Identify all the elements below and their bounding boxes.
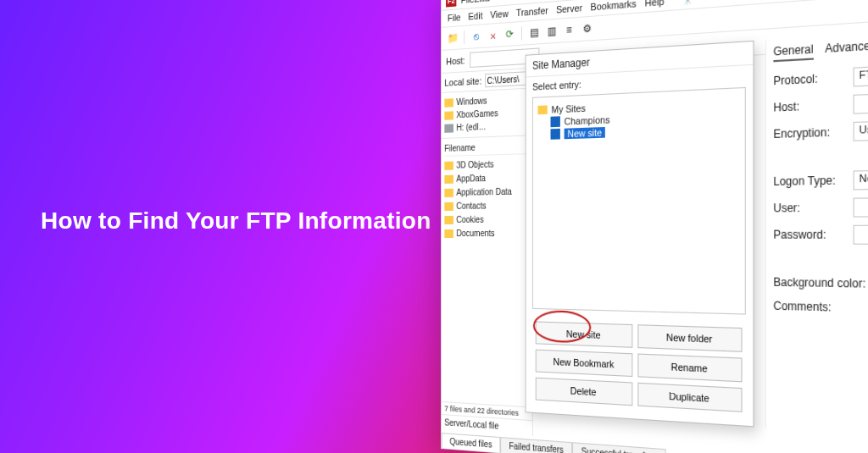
protocol-select[interactable]: FTP - File Transf [854,59,868,86]
user-label: User: [773,201,847,215]
folder-icon [444,189,453,197]
menu-bookmarks[interactable]: Bookmarks [591,0,637,14]
password-label: Password: [773,228,847,241]
delete-button[interactable]: Delete [536,378,633,406]
folder-icon [444,216,453,224]
quickconnect-host-label: Host: [446,55,465,66]
logon-type-label: Logon Type: [773,174,847,188]
disconnect-icon[interactable]: ⨉ [486,27,499,43]
host-label: Host: [773,98,847,114]
new-folder-button[interactable]: New folder [637,324,742,352]
protocol-label: Protocol: [773,70,847,87]
encryption-label: Encryption: [773,125,847,141]
logon-type-select[interactable]: Normal [854,168,868,190]
local-tree: Windows XboxGames H: (edl… [442,89,532,139]
site-icon [551,129,560,140]
menu-edit[interactable]: Edit [468,10,482,22]
site-settings-panel: General Advanced Transfer S Protocol: FT… [765,25,868,444]
tab-advanced[interactable]: Advanced [825,39,868,59]
menu-server[interactable]: Server [556,3,582,16]
app-stage: Fz FileZilla File Edit View Transfer Ser… [441,0,868,453]
list-item[interactable]: Application Data [444,185,529,200]
password-input[interactable] [854,224,868,245]
filelist-header: Filename [444,140,529,157]
filezilla-window: Fz FileZilla File Edit View Transfer Ser… [441,0,868,453]
toggle-local-icon[interactable]: ▥ [544,23,559,40]
folder-icon [444,111,453,119]
site-icon [551,116,560,127]
filter-icon[interactable]: ≡ [562,21,576,38]
local-site-input[interactable] [485,71,529,87]
encryption-select[interactable]: Use explicit FTP [854,117,868,141]
new-bookmark-button[interactable]: New Bookmark [536,350,633,377]
menu-file[interactable]: File [448,12,461,24]
menu-view[interactable]: View [490,8,508,21]
list-item[interactable]: AppData [444,171,529,186]
app-icon: Fz [446,0,456,7]
list-item[interactable]: Cookies [444,213,529,227]
folder-icon [444,175,453,184]
settings-icon[interactable]: ⚙ [580,20,594,37]
list-item[interactable]: Contacts [444,199,529,213]
rename-button[interactable]: Rename [637,353,742,382]
user-input[interactable] [854,196,868,218]
folder-icon [444,98,453,108]
local-file-list: Filename 3D Objects AppData Application … [442,135,532,406]
folder-icon [538,105,548,114]
duplicate-button[interactable]: Duplicate [637,383,742,412]
local-panel: Local site: Windows XboxGames H: (edl… F… [442,69,533,436]
site-manager-icon[interactable]: 📁 [446,30,459,46]
tab-general[interactable]: General [773,42,813,62]
tab-failed-transfers[interactable]: Failed transfers [500,437,572,453]
refresh-icon[interactable]: ⟳ [503,25,516,42]
tree-item[interactable]: H: (edl… [444,119,529,135]
site-manager-dialog: Site Manager Select entry: My Sites Cham… [526,41,754,428]
drive-icon [444,124,453,132]
new-site-button[interactable]: New site [536,321,633,347]
toggle-remote-icon[interactable]: ▤ [526,24,541,41]
folder-icon [444,229,453,238]
menu-help[interactable]: Help [645,0,665,9]
app-title: FileZilla [461,0,490,5]
host-input[interactable] [854,88,868,114]
folder-icon [444,162,453,170]
background-color-label: Background color: [773,275,868,290]
comments-label: Comments: [773,299,868,318]
tab-queued-files[interactable]: Queued files [442,433,501,452]
binoculars-icon[interactable]: 🔭 [682,0,693,7]
menu-transfer[interactable]: Transfer [516,5,548,19]
site-tree[interactable]: My Sites Champions New site [532,87,746,315]
quickconnect-icon[interactable]: ⎋ [469,28,482,44]
local-site-label: Local site: [444,75,481,87]
page-headline: How to Find Your FTP Information [41,207,431,235]
list-item[interactable]: Documents [444,227,529,241]
dialog-buttons: New site New folder New Bookmark Rename … [526,312,754,426]
folder-icon [444,202,453,211]
